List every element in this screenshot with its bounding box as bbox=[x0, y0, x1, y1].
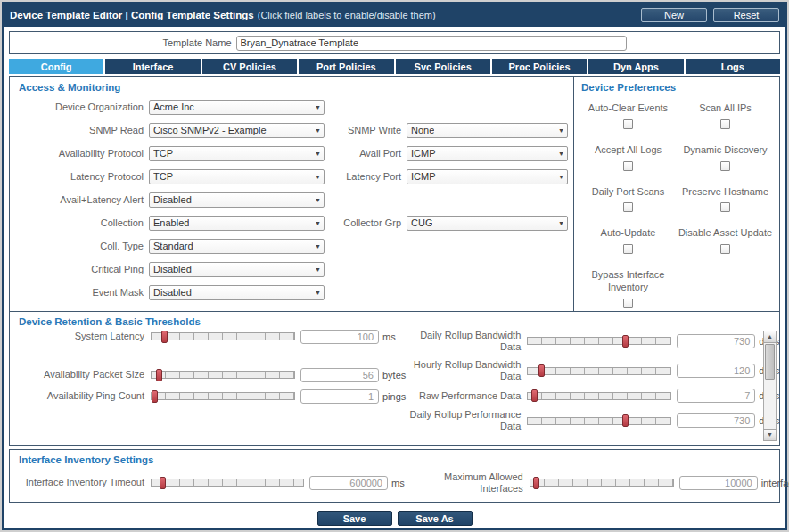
latency-protocol-select[interactable]: TCP ▼ bbox=[149, 169, 325, 184]
snmp-write-select[interactable]: None ▼ bbox=[407, 123, 568, 138]
event-mask-label[interactable]: Event Mask bbox=[17, 287, 145, 298]
daily-port-scans-checkbox[interactable] bbox=[623, 202, 633, 212]
auto-update-checkbox[interactable] bbox=[623, 244, 633, 254]
coll-type-select[interactable]: Standard ▼ bbox=[149, 239, 325, 254]
disable-asset-update-checkbox[interactable] bbox=[720, 244, 730, 254]
bypass-interface-inventory-checkbox[interactable] bbox=[623, 299, 633, 308]
preserve-hostname-label[interactable]: Preserve Hostname bbox=[677, 186, 774, 199]
system-latency-slider[interactable] bbox=[151, 332, 295, 340]
interface-inventory-timeout-label[interactable]: Interface Inventory Timeout bbox=[17, 477, 151, 488]
availability-packet-size-label[interactable]: Availability Packet Size bbox=[17, 369, 151, 381]
raw-performance-value[interactable]: 7 bbox=[677, 389, 755, 403]
latency-port-select[interactable]: ICMP ▼ bbox=[407, 169, 568, 184]
daily-rollup-performance-label[interactable]: Daily Rollup Performance Data bbox=[406, 409, 527, 432]
collection-label[interactable]: Collection bbox=[17, 217, 145, 228]
hourly-rollup-bandwidth-label[interactable]: Hourly Rollup Bandwidth Data bbox=[406, 359, 527, 382]
reset-button[interactable]: Reset bbox=[713, 8, 779, 22]
tab-dyn-apps[interactable]: Dyn Apps bbox=[588, 59, 683, 74]
slider-handle[interactable] bbox=[538, 364, 545, 377]
tab-logs[interactable]: Logs bbox=[686, 59, 780, 74]
maximum-allowed-interfaces-slider[interactable] bbox=[530, 479, 674, 487]
dynamic-discovery-checkbox[interactable] bbox=[720, 161, 730, 171]
device-organization-label[interactable]: Device Organization bbox=[17, 102, 145, 112]
preserve-hostname-checkbox[interactable] bbox=[720, 202, 730, 212]
availability-ping-count-label[interactable]: Availability Ping Count bbox=[17, 390, 151, 402]
hourly-rollup-bandwidth-slider[interactable] bbox=[527, 367, 671, 375]
daily-rollup-bandwidth-label[interactable]: Daily Rollup Bandwidth Data bbox=[406, 330, 527, 353]
accept-all-logs-checkbox[interactable] bbox=[623, 161, 633, 171]
snmp-write-label[interactable]: SNMP Write bbox=[328, 125, 403, 135]
system-latency-value[interactable]: 100 bbox=[300, 330, 379, 344]
tab-interface[interactable]: Interface bbox=[105, 59, 200, 74]
device-organization-select[interactable]: Acme Inc ▼ bbox=[149, 100, 325, 115]
availability-ping-count-value[interactable]: 1 bbox=[300, 389, 379, 404]
avail-latency-alert-label[interactable]: Avail+Latency Alert bbox=[17, 194, 145, 205]
interface-inventory-timeout-slider[interactable] bbox=[151, 479, 304, 487]
tab-cv-policies[interactable]: CV Policies bbox=[202, 59, 297, 74]
maximum-allowed-interfaces-value[interactable]: 10000 bbox=[679, 476, 758, 490]
daily-rollup-bandwidth-value[interactable]: 730 bbox=[677, 334, 755, 348]
hourly-rollup-bandwidth-value[interactable]: 120 bbox=[677, 364, 755, 378]
slider-handle[interactable] bbox=[152, 390, 158, 403]
daily-rollup-performance-value[interactable]: 730 bbox=[677, 413, 755, 428]
snmp-read-select[interactable]: Cisco SNMPv2 - Example ▼ bbox=[149, 123, 325, 138]
auto-clear-events-label[interactable]: Auto-Clear Events bbox=[579, 102, 677, 115]
scan-all-ips-label[interactable]: Scan All IPs bbox=[677, 102, 774, 115]
availability-ping-count-slider[interactable] bbox=[151, 392, 295, 400]
new-button[interactable]: New bbox=[641, 8, 707, 22]
avail-port-select[interactable]: ICMP ▼ bbox=[407, 146, 568, 161]
scroll-down-button[interactable]: ▼ bbox=[763, 429, 777, 441]
daily-rollup-bandwidth-slider[interactable] bbox=[527, 337, 671, 345]
dynamic-discovery-label[interactable]: Dynamic Discovery bbox=[677, 144, 774, 157]
save-button[interactable]: Save bbox=[317, 511, 392, 526]
save-as-button[interactable]: Save As bbox=[398, 511, 473, 526]
retention-scrollbar[interactable]: ▲ ▼ bbox=[763, 331, 777, 441]
availability-protocol-select[interactable]: TCP ▼ bbox=[149, 146, 325, 161]
collector-grp-label[interactable]: Collector Grp bbox=[328, 217, 403, 228]
coll-type-label[interactable]: Coll. Type bbox=[17, 241, 145, 251]
auto-update-label[interactable]: Auto-Update bbox=[579, 227, 677, 240]
scrollbar-track[interactable] bbox=[764, 342, 776, 430]
daily-rollup-performance-slider[interactable] bbox=[527, 417, 671, 425]
latency-port-label[interactable]: Latency Port bbox=[328, 171, 403, 182]
snmp-read-label[interactable]: SNMP Read bbox=[17, 125, 145, 135]
scrollbar-thumb[interactable] bbox=[765, 344, 775, 380]
scan-all-ips-checkbox[interactable] bbox=[720, 119, 730, 129]
availability-packet-size-value[interactable]: 56 bbox=[300, 368, 379, 382]
raw-performance-slider[interactable] bbox=[527, 392, 671, 400]
critical-ping-select[interactable]: Disabled ▼ bbox=[149, 262, 325, 277]
tab-proc-policies[interactable]: Proc Policies bbox=[492, 59, 587, 74]
bypass-interface-inventory-label[interactable]: Bypass Interface Inventory bbox=[579, 269, 677, 294]
auto-clear-events-checkbox[interactable] bbox=[623, 119, 633, 129]
event-mask-select[interactable]: Disabled ▼ bbox=[149, 285, 325, 300]
accept-all-logs-label[interactable]: Accept All Logs bbox=[579, 144, 677, 157]
slider-handle[interactable] bbox=[533, 477, 539, 489]
availability-protocol-label[interactable]: Availability Protocol bbox=[17, 148, 145, 159]
slider-handle[interactable] bbox=[156, 369, 162, 381]
latency-protocol-label[interactable]: Latency Protocol bbox=[17, 171, 145, 182]
slider-handle[interactable] bbox=[622, 335, 629, 348]
interface-inventory-timeout-value[interactable]: 600000 bbox=[309, 476, 388, 490]
collection-select[interactable]: Enabled ▼ bbox=[149, 216, 325, 231]
avail-port-label[interactable]: Avail Port bbox=[328, 148, 403, 159]
tab-port-policies[interactable]: Port Policies bbox=[299, 59, 393, 74]
template-name-label: Template Name bbox=[162, 37, 231, 48]
avail-latency-alert-select[interactable]: Disabled ▼ bbox=[149, 192, 325, 208]
slider-handle[interactable] bbox=[622, 414, 629, 427]
scroll-up-button[interactable]: ▲ bbox=[763, 331, 777, 343]
tab-svc-policies[interactable]: Svc Policies bbox=[396, 59, 490, 74]
slider-handle[interactable] bbox=[160, 477, 166, 489]
slider-handle[interactable] bbox=[161, 331, 168, 343]
disable-asset-update-label[interactable]: Disable Asset Update bbox=[677, 227, 774, 240]
raw-performance-label[interactable]: Raw Performance Data bbox=[406, 390, 527, 402]
template-name-input[interactable] bbox=[236, 36, 627, 51]
maximum-allowed-interfaces-label[interactable]: Maximum Allowed Interfaces bbox=[405, 471, 530, 495]
critical-ping-label[interactable]: Critical Ping bbox=[17, 264, 145, 274]
slider-handle[interactable] bbox=[531, 389, 538, 402]
availability-packet-size-slider[interactable] bbox=[151, 371, 295, 379]
system-latency-label[interactable]: System Latency bbox=[17, 331, 151, 342]
collector-grp-select[interactable]: CUG ▼ bbox=[407, 216, 568, 231]
tab-config[interactable]: Config bbox=[9, 59, 103, 74]
daily-port-scans-label[interactable]: Daily Port Scans bbox=[579, 186, 677, 199]
device-retention-heading: Device Retention & Basic Thresholds bbox=[17, 314, 752, 330]
